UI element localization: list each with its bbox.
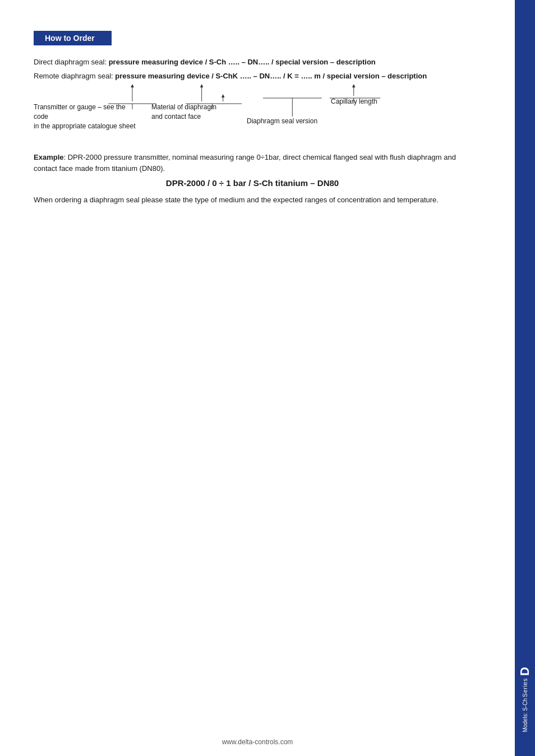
direct-seal-label: Direct diaphragm seal: xyxy=(34,58,109,66)
example-paragraph: Example: DPR-2000 pressure transmitter, … xyxy=(34,152,471,174)
sidebar-series: Series xyxy=(522,678,528,697)
sidebar-d: D xyxy=(518,666,532,676)
order-lines: Direct diaphragm seal: pressure measurin… xyxy=(34,58,471,80)
diagram-area: Transmitter or gauge – see the codein th… xyxy=(34,86,471,142)
example-description: : DPR-2000 pressure transmitter, nominal… xyxy=(34,153,456,173)
remote-seal-label: Remote diaphragm seal: xyxy=(34,72,115,80)
annotation-capillary: Capillary length xyxy=(331,97,421,106)
annotation-transmitter: Transmitter or gauge – see the codein th… xyxy=(34,103,140,131)
footer-url: www.delta-controls.com xyxy=(222,738,293,746)
example-formula: DPR-2000 / 0 ÷ 1 bar / S-Ch titanium – D… xyxy=(34,178,471,188)
remote-seal-line: Remote diaphragm seal: pressure measurin… xyxy=(34,72,471,80)
sidebar-blue-block xyxy=(515,0,535,756)
annotation-material: Material of diaphragmand contact face xyxy=(151,103,241,122)
when-ordering-text: When ordering a diaphragm seal please st… xyxy=(34,194,471,206)
remote-seal-code: pressure measuring device / S-ChK ….. – … xyxy=(115,72,427,80)
annotation-material-text: Material of diaphragmand contact face xyxy=(151,103,216,120)
example-section: Example: DPR-2000 pressure transmitter, … xyxy=(34,152,471,188)
section-title-bar: How to Order xyxy=(34,31,112,45)
annotation-diaphragm-text: Diaphragm seal version xyxy=(247,117,317,125)
sidebar-models: Models: S-Ch xyxy=(522,698,528,732)
section-title: How to Order xyxy=(45,34,95,43)
example-label: Example xyxy=(34,153,63,161)
sidebar-labels: D Series Models: S-Ch xyxy=(515,660,535,739)
right-sidebar: D Series Models: S-Ch xyxy=(515,0,535,756)
direct-seal-code: pressure measuring device / S-Ch ….. – D… xyxy=(109,58,376,66)
direct-seal-line: Direct diaphragm seal: pressure measurin… xyxy=(34,58,471,66)
annotation-capillary-text: Capillary length xyxy=(331,98,377,105)
annotation-transmitter-text: Transmitter or gauge – see the codein th… xyxy=(34,103,135,130)
footer: www.delta-controls.com xyxy=(0,738,515,746)
annotation-diaphragm: Diaphragm seal version xyxy=(247,117,345,126)
